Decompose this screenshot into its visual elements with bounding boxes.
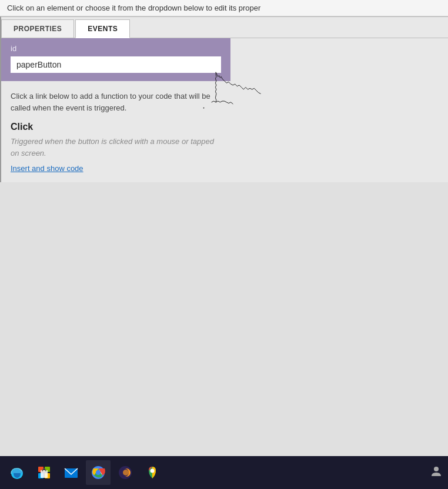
taskbar-maps-icon[interactable]	[140, 460, 165, 485]
taskbar-person-icon[interactable]	[429, 464, 443, 481]
instructions-text: Click a link below to add a function to …	[1, 81, 236, 119]
event-title: Click	[11, 122, 439, 132]
event-description: Triggered when the button is clicked wit…	[11, 136, 222, 159]
taskbar-mail-icon[interactable]	[59, 460, 83, 485]
id-input[interactable]	[11, 56, 221, 73]
svg-point-17	[434, 467, 439, 471]
id-label: id	[11, 44, 221, 53]
taskbar-eclipse-icon[interactable]	[113, 460, 138, 485]
insert-and-show-code-link[interactable]: Insert and show code	[11, 164, 83, 173]
click-event-section: Click Triggered when the button is click…	[1, 119, 448, 182]
taskbar-edge-icon[interactable]	[5, 460, 29, 485]
tabs-row: PROPERTIES EVENTS	[1, 17, 448, 38]
svg-point-11	[96, 470, 101, 475]
properties-panel: PROPERTIES EVENTS id Click a link below …	[0, 16, 448, 182]
svg-point-15	[123, 470, 129, 475]
svg-point-16	[151, 469, 155, 473]
id-section: id	[1, 38, 230, 81]
taskbar-chrome-icon[interactable]	[86, 460, 111, 485]
taskbar-store-icon[interactable]	[32, 460, 56, 485]
top-instruction-bar: Click on an element or choose it from th…	[0, 0, 448, 16]
taskbar-right	[429, 464, 443, 481]
content-area: id Click a link below to add a function …	[1, 38, 448, 182]
taskbar	[0, 456, 448, 489]
instruction-text: Click on an element or choose it from th…	[7, 4, 260, 12]
tab-events[interactable]: EVENTS	[75, 19, 130, 38]
svg-rect-7	[41, 470, 48, 478]
tab-properties[interactable]: PROPERTIES	[1, 19, 74, 38]
